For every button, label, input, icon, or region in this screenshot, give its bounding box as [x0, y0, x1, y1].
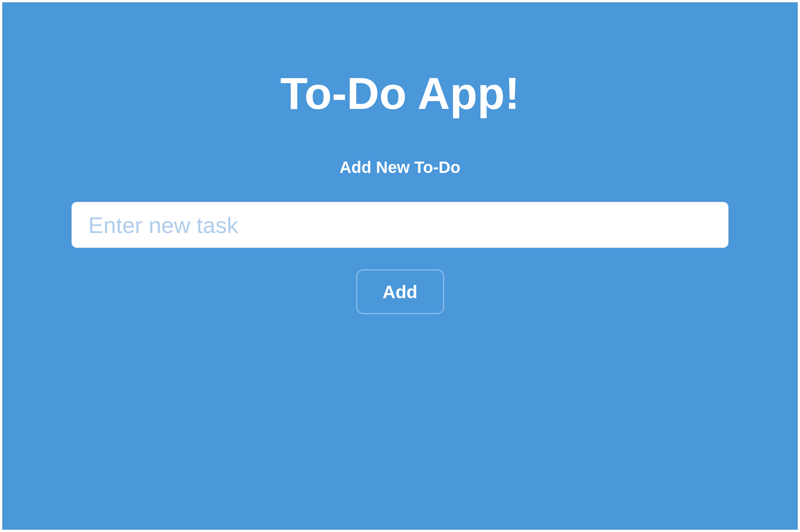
- add-new-subtitle: Add New To-Do: [339, 158, 461, 177]
- new-task-input[interactable]: [71, 202, 729, 248]
- app-title: To-Do App!: [280, 71, 520, 116]
- app-container: To-Do App! Add New To-Do Add: [2, 2, 798, 530]
- add-button[interactable]: Add: [356, 269, 444, 314]
